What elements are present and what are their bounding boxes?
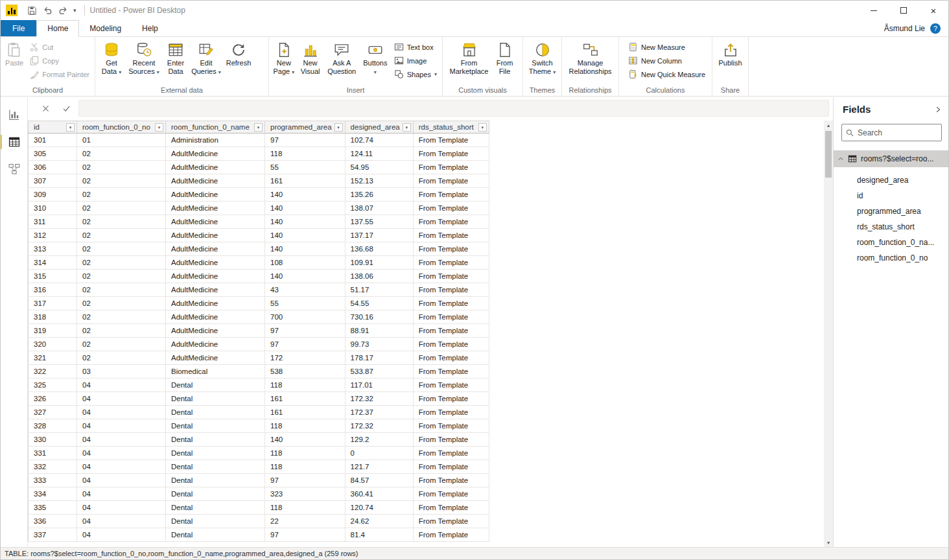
table-cell[interactable]: From Template <box>413 161 489 174</box>
table-cell[interactable]: 730.16 <box>345 310 413 324</box>
table-cell[interactable]: 118 <box>265 447 346 460</box>
table-cell[interactable]: 04 <box>77 460 166 474</box>
scrollbar-thumb[interactable] <box>825 131 832 178</box>
table-cell[interactable]: Biomedical <box>166 365 265 379</box>
table-cell[interactable]: AdultMedicine <box>166 147 265 161</box>
column-header[interactable]: designed_area▾ <box>345 121 413 134</box>
table-cell[interactable]: 118 <box>265 379 346 392</box>
table-cell[interactable]: From Template <box>413 406 489 419</box>
table-cell[interactable]: 04 <box>77 528 166 542</box>
table-cell[interactable]: Dental <box>166 419 265 433</box>
table-cell[interactable]: From Template <box>413 501 489 515</box>
save-button[interactable] <box>24 3 40 18</box>
table-cell[interactable]: Dental <box>166 474 265 487</box>
table-cell[interactable]: 314 <box>29 256 77 270</box>
table-cell[interactable]: 04 <box>77 501 166 515</box>
manage-relationships-button[interactable]: Manage Relationships <box>568 39 613 78</box>
filter-dropdown-icon[interactable]: ▾ <box>66 123 75 132</box>
table-cell[interactable]: 02 <box>77 174 166 188</box>
table-cell[interactable]: 102.74 <box>345 134 413 147</box>
table-cell[interactable]: From Template <box>413 229 489 242</box>
scrollbar-track[interactable] <box>824 130 833 538</box>
table-cell[interactable]: 03 <box>77 365 166 379</box>
table-cell[interactable]: 334 <box>29 487 77 501</box>
shapes-button[interactable]: Shapes ▾ <box>392 67 439 81</box>
table-cell[interactable]: 04 <box>77 515 166 528</box>
table-cell[interactable]: 178.17 <box>345 351 413 365</box>
table-cell[interactable]: 320 <box>29 338 77 351</box>
filter-dropdown-icon[interactable]: ▾ <box>254 123 263 132</box>
table-cell[interactable]: 02 <box>77 283 166 297</box>
table-cell[interactable]: 04 <box>77 419 166 433</box>
formula-input[interactable] <box>78 100 829 117</box>
table-cell[interactable]: AdultMedicine <box>166 202 265 215</box>
table-cell[interactable]: AdultMedicine <box>166 297 265 310</box>
scroll-down-icon[interactable]: ▾ <box>824 538 833 547</box>
table-cell[interactable]: Dental <box>166 501 265 515</box>
table-cell[interactable]: Dental <box>166 447 265 460</box>
column-header[interactable]: rds_status_short▾ <box>413 121 489 134</box>
get-data-button[interactable]: Get Data ▾ <box>98 39 125 78</box>
table-cell[interactable]: 161 <box>265 406 346 419</box>
filter-dropdown-icon[interactable]: ▾ <box>403 123 411 132</box>
report-view-button[interactable] <box>5 105 24 124</box>
table-cell[interactable]: From Template <box>413 283 489 297</box>
table-cell[interactable]: 120.74 <box>345 501 413 515</box>
new-page-button[interactable]: New Page ▾ <box>272 39 296 78</box>
table-cell[interactable]: 81.4 <box>345 528 413 542</box>
tab-home[interactable]: Home <box>36 20 79 37</box>
table-cell[interactable]: 04 <box>77 433 166 447</box>
table-cell[interactable]: 140 <box>265 188 346 202</box>
table-cell[interactable]: 700 <box>265 310 346 324</box>
table-cell[interactable]: From Template <box>413 460 489 474</box>
table-cell[interactable]: 135.26 <box>345 188 413 202</box>
table-cell[interactable]: 309 <box>29 188 77 202</box>
new-column-button[interactable]: New Column <box>626 54 708 67</box>
table-cell[interactable]: From Template <box>413 447 489 460</box>
filter-dropdown-icon[interactable]: ▾ <box>155 123 163 132</box>
table-cell[interactable]: 97 <box>265 134 346 147</box>
table-cell[interactable]: 336 <box>29 515 77 528</box>
table-cell[interactable]: 538 <box>265 365 346 379</box>
search-input[interactable] <box>858 128 937 137</box>
table-cell[interactable]: From Template <box>413 242 489 256</box>
filter-dropdown-icon[interactable]: ▾ <box>334 123 343 132</box>
table-cell[interactable]: 322 <box>29 365 77 379</box>
undo-button[interactable] <box>40 3 55 18</box>
table-cell[interactable]: From Template <box>413 215 489 229</box>
table-cell[interactable]: 04 <box>77 447 166 460</box>
table-cell[interactable]: 02 <box>77 161 166 174</box>
table-cell[interactable]: From Template <box>413 487 489 501</box>
table-cell[interactable]: 129.2 <box>345 433 413 447</box>
table-cell[interactable]: 360.41 <box>345 487 413 501</box>
table-cell[interactable]: 97 <box>265 474 346 487</box>
enter-data-button[interactable]: Enter Data <box>163 39 189 78</box>
table-cell[interactable]: 172.32 <box>345 392 413 406</box>
refresh-button[interactable]: Refresh <box>224 39 253 70</box>
table-cell[interactable]: 04 <box>77 487 166 501</box>
table-cell[interactable]: Dental <box>166 487 265 501</box>
table-cell[interactable]: 02 <box>77 242 166 256</box>
table-cell[interactable]: From Template <box>413 379 489 392</box>
table-cell[interactable]: 02 <box>77 202 166 215</box>
table-cell[interactable]: AdultMedicine <box>166 351 265 365</box>
table-cell[interactable]: 02 <box>77 324 166 338</box>
table-cell[interactable]: 137.55 <box>345 215 413 229</box>
fields-table-item[interactable]: rooms?$select=roo... <box>834 150 948 167</box>
table-cell[interactable]: AdultMedicine <box>166 161 265 174</box>
table-cell[interactable]: 88.91 <box>345 324 413 338</box>
table-cell[interactable]: From Template <box>413 419 489 433</box>
table-cell[interactable]: 333 <box>29 474 77 487</box>
table-cell[interactable]: 140 <box>265 202 346 215</box>
table-cell[interactable]: 99.73 <box>345 338 413 351</box>
edit-queries-button[interactable]: Edit Queries ▾ <box>190 39 222 78</box>
table-cell[interactable]: AdultMedicine <box>166 188 265 202</box>
table-cell[interactable]: 172.37 <box>345 406 413 419</box>
table-cell[interactable]: 330 <box>29 433 77 447</box>
table-cell[interactable]: 301 <box>29 134 77 147</box>
table-cell[interactable]: 55 <box>265 297 346 310</box>
table-cell[interactable]: 02 <box>77 297 166 310</box>
table-cell[interactable]: 533.87 <box>345 365 413 379</box>
close-button[interactable]: × <box>919 1 948 20</box>
table-cell[interactable]: 02 <box>77 270 166 283</box>
